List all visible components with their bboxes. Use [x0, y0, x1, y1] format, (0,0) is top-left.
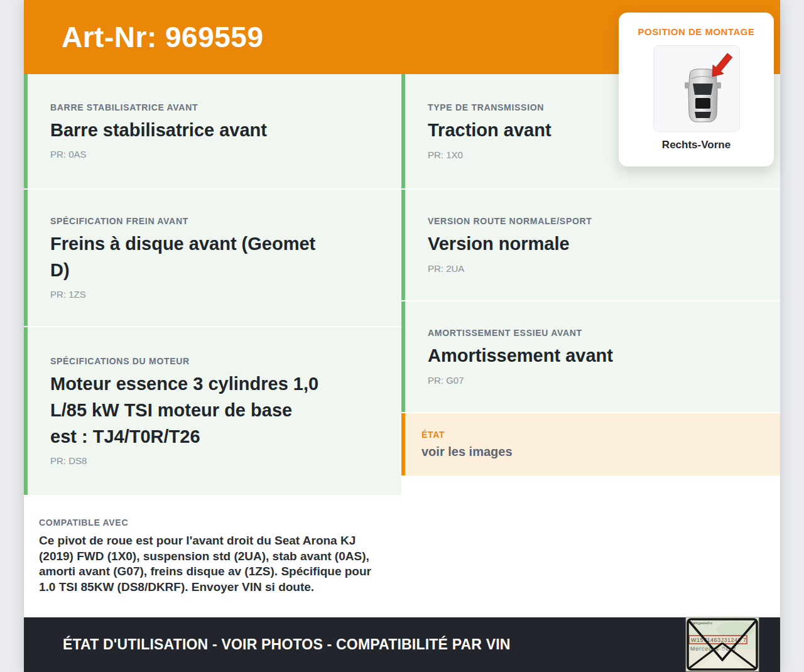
- spec-pr-code: PR: 0AS: [50, 149, 379, 160]
- etat-card: ÉTAT voir les images: [401, 413, 780, 475]
- spec-pr-code: PR: DS8: [50, 455, 379, 466]
- spec-card-stabilizer: BARRE STABILISATRICE AVANT Barre stabili…: [24, 74, 401, 188]
- footer-bar: ÉTAT D'UTILISATION - VOIR PHOTOS - COMPA…: [24, 617, 780, 672]
- article-number-title: Art-Nr: 969559: [62, 20, 263, 54]
- spec-pr-code: PR: 2UA: [428, 263, 758, 274]
- mounting-position-label: POSITION DE MONTAGE: [619, 26, 774, 37]
- compatible-card: COMPATIBLE AVEC Ce pivot de roue est pou…: [24, 496, 401, 616]
- spec-label: SPÉCIFICATION FREIN AVANT: [50, 216, 379, 226]
- mounting-position-card: POSITION DE MONTAGE: [619, 13, 774, 166]
- spec-label: VERSION ROUTE NORMALE/SPORT: [428, 216, 758, 226]
- footer-text: ÉTAT D'UTILISATION - VOIR PHOTOS - COMPA…: [63, 636, 511, 653]
- spec-pr-code: PR: G07: [428, 375, 758, 386]
- red-arrow-icon: [712, 53, 732, 77]
- spec-label: BARRE STABILISATRICE AVANT: [50, 102, 379, 112]
- spec-card-damping: AMORTISSEMENT ESSIEU AVANT Amortissement…: [401, 301, 780, 412]
- car-position-image: [653, 45, 740, 132]
- spec-title: Freins à disque avant (Geomet D): [50, 230, 320, 283]
- spec-label: SPÉCIFICATIONS DU MOTEUR: [50, 356, 379, 366]
- etat-label: ÉTAT: [421, 430, 758, 440]
- spec-title: Version normale: [428, 230, 698, 257]
- spec-card-engine: SPÉCIFICATIONS DU MOTEUR Moteur essence …: [24, 327, 401, 495]
- doc-label: Fahrgestellnr.: [690, 621, 714, 625]
- spec-label: AMORTISSEMENT ESSIEU AVANT: [428, 328, 758, 338]
- right-column-filler: [401, 477, 780, 617]
- listing-page: Art-Nr: 969559 POSITION DE MONTAGE: [24, 0, 780, 672]
- mounting-position-caption: Rechts-Vorne: [619, 139, 774, 151]
- left-column: BARRE STABILISATRICE AVANT Barre stabili…: [24, 74, 401, 617]
- spec-pr-code: PR: 1ZS: [50, 289, 379, 300]
- etat-value: voir les images: [421, 445, 758, 459]
- car-top-view-icon: [654, 46, 740, 132]
- compatible-label: COMPATIBLE AVEC: [39, 518, 379, 528]
- spec-card-version: VERSION ROUTE NORMALE/SPORT Version norm…: [401, 190, 780, 300]
- spec-title: Barre stabilisatrice avant: [50, 117, 320, 143]
- vin-envelope-icon: Fahrgestellnr. W1571463J31248 7 Mercedes…: [685, 617, 759, 672]
- compatible-text: Ce pivot de roue est pour l'avant droit …: [39, 533, 379, 595]
- spec-card-brakes: SPÉCIFICATION FREIN AVANT Freins à disqu…: [24, 190, 401, 327]
- spec-title: Amortissement avant: [428, 342, 698, 369]
- spec-title: Moteur essence 3 cylindres 1,0 L/85 kW T…: [50, 371, 320, 450]
